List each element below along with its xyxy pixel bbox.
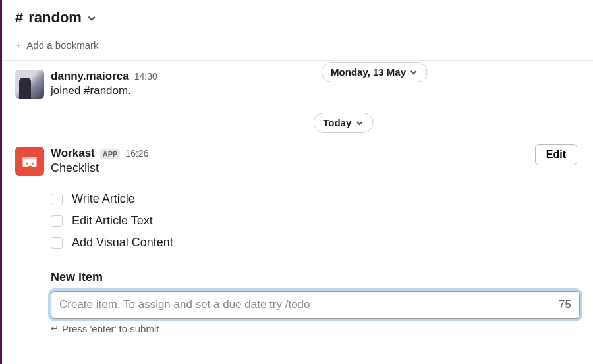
svg-point-3: [32, 163, 34, 165]
date-divider-today[interactable]: Today: [313, 113, 373, 133]
sender-name[interactable]: Workast: [51, 147, 95, 160]
return-icon: ↵: [51, 323, 59, 334]
new-item-input-wrap: 75: [51, 291, 580, 319]
hint-text: Press 'enter' to submit: [62, 323, 159, 334]
item-label: Add Visual Content: [72, 236, 173, 249]
channel-name: random: [28, 9, 82, 26]
app-badge: APP: [100, 149, 121, 159]
plus-icon: +: [15, 40, 21, 51]
hash-icon: #: [15, 9, 23, 26]
new-item-label: New item: [51, 271, 580, 284]
timestamp[interactable]: 14:30: [134, 71, 157, 82]
svg-rect-1: [23, 157, 37, 159]
item-label: Edit Article Text: [72, 214, 153, 228]
timestamp[interactable]: 16:26: [125, 148, 148, 159]
new-item-input[interactable]: [59, 298, 552, 311]
checkbox[interactable]: [51, 237, 63, 249]
list-item: Add Visual Content: [51, 232, 580, 253]
char-count: 75: [552, 298, 571, 311]
add-bookmark-label: Add a bookmark: [26, 39, 98, 51]
workast-logo-icon: [20, 152, 39, 170]
message-join: danny.maiorca 14:30 joined #random.: [2, 65, 593, 104]
svg-point-2: [26, 163, 28, 165]
channel-header[interactable]: # random: [2, 0, 593, 33]
checklist-title: Checklist: [51, 161, 580, 175]
chevron-down-icon: [355, 119, 363, 127]
avatar[interactable]: [15, 147, 44, 176]
add-bookmark[interactable]: + Add a bookmark: [2, 33, 593, 61]
date-divider[interactable]: Monday, 13 May: [321, 62, 428, 82]
avatar[interactable]: [15, 70, 44, 99]
chevron-down-icon: [410, 68, 418, 76]
message-checklist: Workast APP 16:26 Checklist Write Articl…: [2, 142, 593, 340]
input-hint: ↵ Press 'enter' to submit: [51, 323, 580, 334]
checkbox[interactable]: [51, 194, 63, 205]
date-label: Today: [323, 117, 351, 128]
item-label: Write Article: [72, 192, 135, 206]
list-item: Edit Article Text: [51, 210, 580, 232]
chevron-down-icon: [87, 14, 96, 23]
checkbox[interactable]: [51, 215, 63, 227]
message-text: joined #random.: [51, 84, 580, 97]
date-label: Monday, 13 May: [331, 66, 406, 78]
list-item: Write Article: [51, 188, 580, 210]
sender-name[interactable]: danny.maiorca: [51, 70, 129, 83]
